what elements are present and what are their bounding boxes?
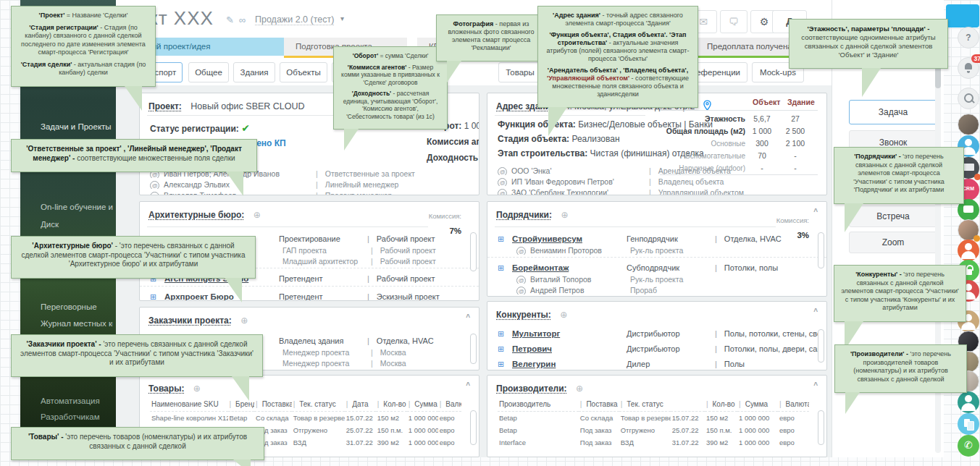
company-link[interactable]: Архпроект Бюро: [164, 291, 279, 301]
callout-manufacturers: 'Производители' - 'это перечень производ…: [834, 344, 967, 393]
manufacturers-column-header[interactable]: Тек. статус: [619, 397, 671, 412]
manufacturers-row[interactable]: BetapПод заказОтгружено25.07.22150 п.м.1…: [498, 424, 809, 436]
callout-architect-bureaus: 'Архитектурные бюро' - 'это перечень свя…: [11, 236, 256, 279]
goods-column-header[interactable]: Дата: [345, 397, 376, 412]
person-icon: @: [150, 181, 159, 189]
phone-icon[interactable]: ✆: [958, 435, 979, 457]
goods-column-header[interactable]: Наименование SKU: [150, 397, 228, 412]
help-icon[interactable]: ?: [958, 27, 979, 48]
col-building: Здание: [787, 98, 815, 106]
edit-title-icon[interactable]: ✎: [226, 14, 234, 25]
company-link[interactable]: Велегурин: [512, 358, 627, 369]
callout-contractors: 'Подрядчики' - 'это перечень связанных с…: [834, 147, 964, 204]
participant-entry: ⊞БореймонтажСубподрядчик|Потолки, полы @…: [487, 257, 826, 297]
sidebar-item[interactable]: On-line обучение и мер...: [41, 203, 113, 211]
callout-turnover: 'Оборот' = сумма 'Сделки''Коммисся агент…: [333, 46, 448, 130]
user-icon-orange[interactable]: [958, 240, 979, 261]
goods-title: Товары:: [148, 384, 184, 394]
participant-entry: ⊞ПетровичДистрибьютор|Потолки, полы, две…: [487, 340, 826, 355]
collapse-icon[interactable]: ^: [813, 381, 818, 389]
user-icon-teal[interactable]: [958, 391, 979, 413]
table-row: Этажность5,6,727: [660, 113, 818, 125]
add-icon[interactable]: ⊕: [561, 210, 568, 220]
sidebar-item[interactable]: Разработчикам: [41, 412, 113, 421]
add-icon[interactable]: ⊕: [560, 310, 567, 320]
company-link[interactable]: Мультиторг: [512, 328, 627, 339]
tab[interactable]: Здания: [233, 62, 275, 82]
chat-button[interactable]: 🗨: [720, 10, 747, 33]
table-row: Наружные (outdoor)--: [660, 162, 818, 174]
card-scrollbar[interactable]: [470, 232, 477, 271]
tab[interactable]: Товары: [498, 62, 542, 82]
project-name: Новый офис SBER CLOUD: [190, 101, 304, 111]
card-scrollbar[interactable]: [818, 410, 824, 445]
goods-column-header[interactable]: Сумма: [407, 397, 438, 412]
goods-column-header[interactable]: Валюта: [438, 397, 461, 412]
pipeline-selector[interactable]: Продажи 2.0 (тест): [255, 14, 334, 25]
manufacturers-column-header[interactable]: Сумма: [737, 397, 778, 412]
add-icon[interactable]: ⊕: [240, 315, 248, 326]
company-link[interactable]: Стройуниверсум: [512, 233, 627, 244]
participant-entry: ⊞ВелегуринДилер|Полы: [487, 355, 826, 370]
card-competitors: Конкуренты: ⊕ ^ ⊞МультиторгДистрибьютор|…: [487, 301, 827, 370]
sidebar-item[interactable]: Диск: [41, 220, 113, 229]
manufacturers-column-header[interactable]: Поставка: [579, 397, 619, 412]
callout-competitors: 'Конкуренты' - 'это перечень связанных с…: [834, 265, 966, 322]
col-object: Объект: [753, 98, 780, 106]
callout-floors-area: 'Этажность', параметры 'площади' - соотв…: [789, 19, 948, 69]
manufacturers-row[interactable]: BetapСо складаТовар в резерве15.07.22150…: [498, 412, 809, 425]
chevron-down-icon: ▾: [340, 14, 344, 22]
callout-project-fields: 'Проект' = Название 'Сделки''Стадия реги…: [11, 6, 156, 87]
sidebar-item[interactable]: Журнал местных коман...: [41, 319, 113, 328]
manufacturers-table: ПроизводительПоставкаТек. статусКол-воСу…: [498, 397, 809, 449]
goods-column-header[interactable]: Кол-во: [376, 397, 407, 412]
copy-icon[interactable]: [958, 413, 979, 435]
manufacturers-column-header[interactable]: [671, 397, 705, 412]
avatar-photo-2[interactable]: [958, 219, 979, 241]
collapse-icon[interactable]: ^: [466, 313, 470, 321]
tab[interactable]: Общее: [188, 62, 229, 82]
card-scrollbar[interactable]: [818, 329, 824, 363]
avatar-photo-1[interactable]: [958, 114, 979, 135]
collapse-icon[interactable]: ^: [813, 208, 818, 216]
tab[interactable]: Объекты: [280, 62, 327, 82]
card-scrollbar[interactable]: [470, 410, 477, 445]
participant-entry: ⊞Архпроект БюроПретендент|Эскизный проек…: [140, 286, 479, 301]
add-icon[interactable]: ⊕: [193, 384, 201, 394]
company-link-icon: ⊞: [498, 262, 508, 273]
project-person-row: @Вячеслав Тимофеев|Продакт менеджер: [150, 189, 461, 195]
callout-customers: 'Заказчики проекта' - 'это перечень связ…: [11, 334, 263, 377]
manufacturers-column-header[interactable]: Кол-во: [705, 397, 737, 412]
card-address: Адрес здания: г. Москва, ул.Ершова д.12 …: [487, 93, 827, 195]
company-link[interactable]: Петрович: [512, 343, 627, 354]
add-icon[interactable]: ⊕: [254, 210, 261, 220]
link-icon[interactable]: ∞: [239, 14, 246, 25]
sidebar-item[interactable]: Автоматизация: [41, 397, 113, 405]
search-icon[interactable]: [958, 88, 979, 109]
company-link-icon: ⊞: [498, 358, 508, 369]
sidebar-item[interactable]: Задачи и Проекты29: [41, 122, 113, 131]
card-scrollbar[interactable]: [818, 232, 824, 268]
collapse-icon[interactable]: ^: [813, 308, 818, 315]
add-icon[interactable]: ⊕: [576, 384, 583, 394]
table-row: Общая площадь (м2)1 0002 500: [660, 125, 818, 137]
manufacturers-title: Производители:: [496, 384, 567, 394]
manufacturers-column-header[interactable]: Валюта: [778, 397, 809, 412]
location-pin-icon[interactable]: [703, 100, 712, 111]
goods-row[interactable]: Shape-line ковролин X123BetapСо складаТо…: [150, 412, 461, 425]
action-button[interactable]: Zoom: [849, 232, 937, 253]
person-icon: @: [516, 276, 526, 284]
company-link[interactable]: Бореймонтаж: [512, 262, 627, 273]
card-scrollbar[interactable]: [470, 334, 477, 364]
callout-building-address: 'Адрес здания' - точный адрес связанного…: [537, 6, 698, 108]
sidebar-item[interactable]: Переговорные: [41, 302, 113, 311]
goods-column-header[interactable]: Тек. статус: [292, 397, 345, 412]
callout-photo: Фотография - первая из вложенных фото св…: [436, 14, 546, 62]
goods-column-header[interactable]: Поставка: [254, 397, 292, 412]
collapse-icon[interactable]: ^: [466, 381, 470, 389]
action-button[interactable]: Задача: [849, 100, 937, 124]
notifications-bell-icon[interactable]: 37: [958, 57, 979, 79]
manufacturers-column-header[interactable]: Производитель: [498, 397, 579, 412]
manufacturers-row[interactable]: InterfaceПод заказВЗД31.07.22390 м21 000…: [498, 436, 809, 449]
primary-action-button[interactable]: [946, 4, 979, 27]
